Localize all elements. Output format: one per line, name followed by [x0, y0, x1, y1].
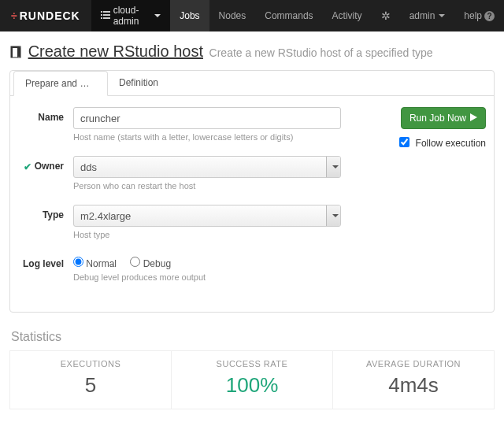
- navbar: ÷ RUNDECK cloud-admin Jobs Nodes Command…: [0, 0, 504, 31]
- type-help: Host type: [73, 230, 341, 239]
- nav-activity[interactable]: Activity: [323, 0, 372, 31]
- user-menu[interactable]: admin: [400, 0, 455, 31]
- caret-down-icon: [439, 14, 445, 17]
- follow-execution[interactable]: Follow execution: [391, 137, 486, 149]
- nav-nodes[interactable]: Nodes: [209, 0, 256, 31]
- brand-text: RUNDECK: [20, 9, 80, 22]
- statistics-grid: EXECUTIONS 5 SUCCESS RATE 100% AVERAGE D…: [9, 350, 495, 409]
- label-owner: Owner: [35, 161, 64, 172]
- svg-rect-0: [101, 11, 102, 13]
- stat-success: SUCCESS RATE 100%: [172, 351, 333, 409]
- settings-icon[interactable]: ✲: [372, 0, 400, 31]
- statistics-title: Statistics: [11, 330, 495, 344]
- owner-select[interactable]: [73, 156, 341, 178]
- label-name: Name: [18, 107, 73, 153]
- stat-success-label: SUCCESS RATE: [175, 359, 329, 368]
- tab-bar: Prepare and Run… Definition: [10, 71, 494, 96]
- tab-prepare-run[interactable]: Prepare and Run…: [13, 71, 108, 96]
- help-icon: ?: [484, 11, 495, 21]
- check-circle-icon: ✔: [24, 161, 32, 172]
- follow-label: Follow execution: [416, 138, 486, 149]
- job-panel: Prepare and Run… Definition Name Host na…: [9, 70, 495, 313]
- radio-normal[interactable]: [73, 257, 83, 267]
- svg-rect-3: [103, 14, 110, 16]
- help-text: help: [464, 10, 482, 21]
- svg-rect-1: [103, 11, 110, 13]
- svg-rect-4: [101, 17, 102, 19]
- project-name: cloud-admin: [113, 5, 151, 27]
- stat-executions: EXECUTIONS 5: [10, 351, 172, 409]
- nav-jobs[interactable]: Jobs: [170, 0, 209, 31]
- owner-help: Person who can restart the host: [73, 181, 341, 191]
- stat-duration-label: AVERAGE DURATION: [336, 359, 491, 368]
- svg-rect-5: [103, 17, 110, 19]
- nav-commands[interactable]: Commands: [255, 0, 322, 31]
- label-loglevel: Log level: [18, 254, 73, 293]
- page-title-link[interactable]: Create new RStudio host: [28, 43, 203, 60]
- svg-rect-2: [101, 14, 102, 16]
- project-selector[interactable]: cloud-admin: [91, 0, 171, 31]
- brand-logo[interactable]: ÷ RUNDECK: [0, 9, 91, 22]
- page-subtitle: Create a new RStudio host of a specified…: [209, 46, 433, 59]
- type-select[interactable]: [73, 205, 341, 227]
- list-icon: [101, 10, 110, 21]
- radio-debug[interactable]: [130, 257, 140, 267]
- stat-duration: AVERAGE DURATION 4m4s: [333, 351, 494, 409]
- user-name: admin: [410, 10, 435, 21]
- stat-executions-label: EXECUTIONS: [13, 359, 168, 368]
- brand-icon: ÷: [11, 9, 18, 22]
- book-icon: [9, 46, 22, 61]
- label-type: Type: [18, 205, 73, 250]
- loglevel-help: Debug level produces more output: [73, 272, 341, 282]
- stat-duration-value: 4m4s: [336, 373, 491, 398]
- tab-definition[interactable]: Definition: [108, 71, 169, 95]
- loglevel-normal[interactable]: Normal: [73, 258, 117, 269]
- play-icon: [470, 113, 477, 124]
- page-header: Create new RStudio host Create a new RSt…: [9, 43, 495, 61]
- name-help: Host name (starts with a letter, lowerca…: [73, 132, 341, 142]
- stat-success-value: 100%: [175, 373, 329, 398]
- follow-checkbox[interactable]: [399, 137, 410, 147]
- run-job-button[interactable]: Run Job Now: [401, 107, 486, 129]
- name-input[interactable]: [73, 107, 341, 129]
- run-job-label: Run Job Now: [410, 113, 466, 124]
- help-link[interactable]: help ?: [454, 0, 504, 31]
- stat-executions-value: 5: [13, 373, 168, 398]
- svg-rect-7: [11, 46, 13, 57]
- loglevel-debug[interactable]: Debug: [130, 258, 171, 269]
- caret-down-icon: [154, 14, 161, 17]
